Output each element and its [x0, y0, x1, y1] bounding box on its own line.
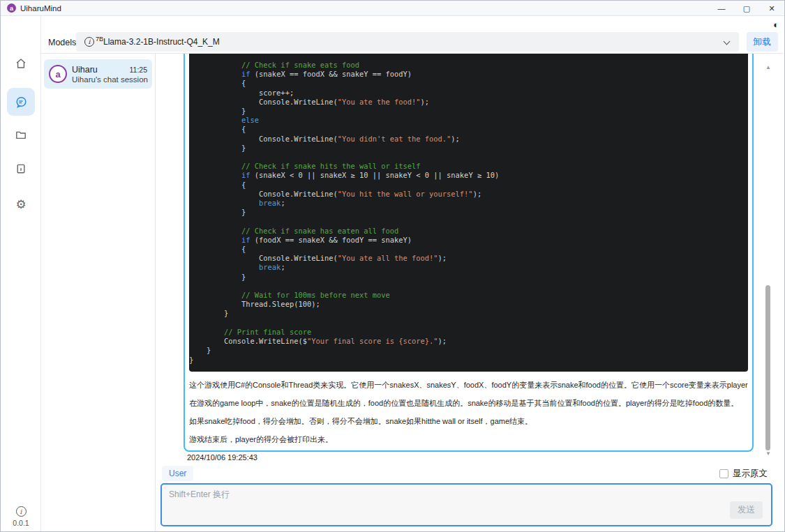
- sidebar-item-files[interactable]: [7, 121, 35, 149]
- gear-icon: ⚙: [15, 197, 26, 211]
- version-label: 0.0.1: [1, 519, 41, 527]
- model-size-badge: 7B: [96, 36, 103, 43]
- code-line: Console.WriteLine("You ate the food!");: [189, 98, 741, 107]
- chat-main: // Check if snake eats food if (snakeX =…: [156, 54, 784, 531]
- code-line: }: [189, 273, 741, 282]
- sidebar-item-notebook[interactable]: [7, 155, 35, 183]
- chat-list-panel: a Uiharu 11:25 Uiharu's chat session: [41, 54, 156, 531]
- app-title: UiharuMind: [20, 4, 61, 13]
- code-line: if (snakeX == foodX && snakeY == foodY): [189, 70, 741, 79]
- code-line: {: [189, 181, 741, 190]
- message-timestamp: 2024/10/06 19:25:43: [187, 453, 257, 462]
- code-line: }: [189, 144, 741, 153]
- assistant-message: // Check if snake eats food if (snakeX =…: [184, 54, 754, 452]
- chat-name: Uiharu: [72, 65, 98, 75]
- code-line: Thread.Sleep(100);: [189, 300, 741, 309]
- show-original-checkbox[interactable]: [719, 469, 728, 478]
- code-line: {: [189, 79, 741, 88]
- code-line: [189, 153, 741, 162]
- close-button[interactable]: ✕: [759, 1, 784, 16]
- message-paragraph: 游戏结束后，player的得分会被打印出来。: [189, 434, 748, 444]
- chat-meta: Uiharu 11:25 Uiharu's chat session: [72, 65, 147, 84]
- show-original-label: 显示原文: [733, 468, 768, 480]
- role-selector[interactable]: User: [162, 466, 193, 481]
- chat-subtitle: Uiharu's chat session: [72, 75, 147, 84]
- maximize-button[interactable]: ▢: [734, 1, 759, 16]
- scrollbar: ▲ ▼: [764, 54, 772, 531]
- unload-model-button[interactable]: 卸载: [747, 32, 778, 52]
- window-controls: — ▢ ✕: [709, 1, 784, 16]
- info-icon[interactable]: i: [16, 506, 27, 517]
- code-block: // Check if snake eats food if (snakeX =…: [189, 54, 748, 372]
- sidebar-item-home[interactable]: [7, 50, 35, 77]
- chat-icon: [15, 96, 28, 109]
- chat-list-item[interactable]: a Uiharu 11:25 Uiharu's chat session: [44, 59, 152, 89]
- models-label: Models: [48, 38, 76, 47]
- code-line: if (snakeX < 0 || snakeX ≥ 10 || snakeY …: [189, 171, 741, 180]
- code-line: else: [189, 116, 741, 125]
- scrollbar-thumb[interactable]: [765, 285, 770, 450]
- send-button[interactable]: 发送: [730, 501, 763, 519]
- code-line: Console.WriteLine($"Your final score is …: [189, 337, 741, 346]
- avatar: a: [49, 65, 67, 83]
- models-bar: Models i 7B Llama-3.2-1B-Instruct-Q4_K_M…: [41, 16, 784, 54]
- chat-time: 11:25: [130, 66, 148, 74]
- sidebar: ⚙ i 0.0.1: [1, 16, 41, 531]
- code-line: }: [189, 208, 741, 217]
- code-line: break;: [189, 199, 741, 208]
- app-window: a UiharuMind — ▢ ✕ ◐: [0, 0, 785, 532]
- folder-icon: [15, 128, 27, 141]
- model-info-icon[interactable]: i: [84, 37, 94, 47]
- scroll-up-icon[interactable]: ▲: [764, 64, 772, 70]
- code-line: }: [189, 356, 741, 365]
- minimize-button[interactable]: —: [709, 1, 734, 16]
- code-line: // Check if snake eats food: [189, 61, 741, 70]
- notebook-icon: [15, 162, 27, 175]
- code-line: break;: [189, 263, 741, 272]
- code-line: Console.WriteLine("You ate all the food!…: [189, 254, 741, 263]
- sidebar-item-settings[interactable]: ⚙: [7, 190, 35, 218]
- sidebar-item-chat[interactable]: [7, 88, 35, 116]
- message-paragraph: 这个游戏使用C#的Console和Thread类来实现。它使用一个snakesX…: [189, 380, 748, 390]
- chevron-down-icon: [724, 38, 731, 45]
- code-line: // Check if snake hits the wall or itsel…: [189, 162, 741, 171]
- code-line: [189, 282, 741, 291]
- app-logo-icon: a: [7, 3, 16, 13]
- code-line: // Check if snake has eaten all food: [189, 227, 741, 236]
- message-paragraph: 如果snake吃掉food，得分会增加。否则，得分不会增加。snake如果hit…: [189, 416, 748, 426]
- code-line: Console.WriteLine("You didn't eat the fo…: [189, 135, 741, 144]
- code-line: }: [189, 309, 741, 318]
- code-line: {: [189, 245, 741, 254]
- home-icon: [15, 57, 27, 70]
- code-line: [189, 319, 741, 328]
- code-line: }: [189, 346, 741, 355]
- model-select-dropdown[interactable]: i 7B Llama-3.2-1B-Instruct-Q4_K_M: [76, 32, 739, 52]
- model-name: Llama-3.2-1B-Instruct-Q4_K_M: [103, 37, 220, 47]
- code-line: if (foodX == snakeX && foodY == snakeY): [189, 236, 741, 245]
- code-line: {: [189, 125, 741, 134]
- theme-toggle-icon[interactable]: ◐: [773, 20, 779, 30]
- code-line: score++;: [189, 89, 741, 98]
- code-line: // Wait for 100ms before next move: [189, 291, 741, 300]
- message-paragraph: 在游戏的game loop中，snake的位置是随机生成的，food的位置也是随…: [189, 398, 748, 408]
- code-line: Console.WriteLine("You hit the wall or y…: [189, 190, 741, 199]
- message-paragraphs: 这个游戏使用C#的Console和Thread类来实现。它使用一个snakesX…: [189, 380, 748, 444]
- message-input[interactable]: [162, 485, 771, 525]
- titlebar: a UiharuMind — ▢ ✕: [1, 1, 784, 16]
- scroll-down-icon[interactable]: ▼: [764, 450, 772, 457]
- composer: 发送: [160, 483, 772, 526]
- about-area: i 0.0.1: [1, 504, 41, 528]
- code-line: [189, 217, 741, 226]
- code-line: // Print final score: [189, 328, 741, 337]
- code-line: }: [189, 107, 741, 116]
- show-original-row: 显示原文: [719, 468, 768, 480]
